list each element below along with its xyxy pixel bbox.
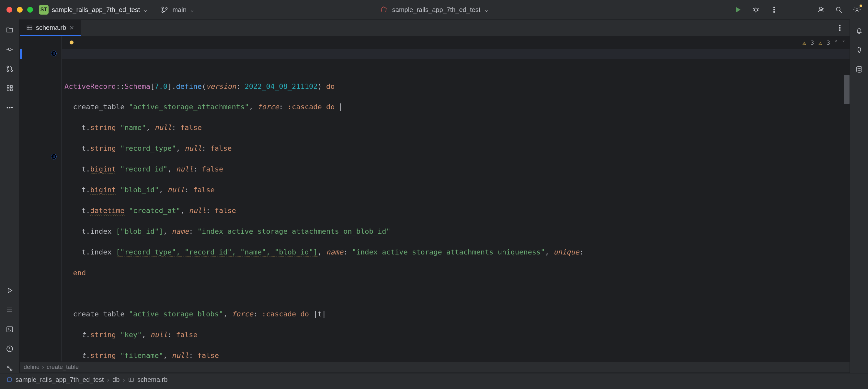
vcs-tool-button[interactable] — [5, 364, 14, 373]
titlebar: ST sample_rails_app_7th_ed_test main sam… — [0, 0, 868, 20]
close-tab-button[interactable]: ✕ — [69, 24, 74, 31]
code-token: t — [82, 227, 86, 235]
svg-rect-16 — [7, 89, 9, 91]
run-config-selector[interactable]: sample_rails_app_7th_ed_test — [379, 5, 489, 14]
tab-more-button[interactable] — [835, 23, 844, 32]
code-token: bigint — [90, 165, 116, 173]
code-token: "key" — [120, 331, 142, 339]
breadcrumb-item[interactable]: define — [24, 364, 39, 370]
code-token: string — [90, 331, 116, 339]
svg-point-6 — [773, 11, 774, 12]
inlay-table-icon[interactable] — [50, 153, 57, 160]
svg-point-9 — [856, 9, 858, 11]
code-token: force — [257, 103, 279, 111]
gutter[interactable] — [20, 36, 62, 361]
svg-rect-15 — [10, 86, 12, 87]
chevron-down-icon — [484, 7, 489, 12]
todo-tool-button[interactable] — [5, 305, 14, 314]
code-token: 2022_04_08_211102 — [245, 82, 317, 90]
code-token: false — [197, 352, 219, 360]
maximize-window-button[interactable] — [27, 7, 33, 12]
next-highlight-button[interactable]: ˅ — [842, 38, 845, 47]
settings-button[interactable] — [852, 5, 862, 14]
code-token: |t| — [313, 310, 326, 318]
code-token: "filename" — [120, 352, 163, 360]
window-controls — [6, 7, 33, 12]
code-token: index — [90, 248, 112, 256]
code-with-me-button[interactable] — [816, 5, 825, 14]
ai-assistant-tool-button[interactable] — [855, 46, 864, 54]
terminal-tool-button[interactable] — [5, 325, 14, 334]
project-badge: ST — [39, 5, 49, 15]
code-token: create_table — [73, 103, 125, 111]
code-token: t — [82, 144, 86, 152]
run-tool-button[interactable] — [5, 286, 14, 295]
warning-icon: ⚠ — [803, 38, 806, 47]
svg-point-10 — [8, 48, 11, 51]
prev-highlight-button[interactable]: ˄ — [835, 38, 838, 47]
code-token: define — [176, 82, 202, 90]
code-token: t — [82, 331, 86, 339]
minimize-window-button[interactable] — [17, 7, 23, 12]
project-tool-button[interactable] — [5, 25, 14, 34]
svg-point-18 — [7, 107, 8, 108]
close-window-button[interactable] — [6, 7, 12, 12]
inspections-widget[interactable]: ⚠3 ⚠3 ˄ ˅ — [803, 38, 845, 47]
svg-point-27 — [839, 27, 840, 28]
svg-point-20 — [11, 107, 12, 108]
code-editor[interactable]: ⚠3 ⚠3 ˄ ˅ ActiveRecord::Schema[7.0].defi… — [20, 36, 849, 361]
svg-rect-33 — [129, 378, 133, 382]
code-token: false — [176, 331, 197, 339]
breadcrumb-separator: › — [42, 364, 44, 370]
code-token: null — [150, 331, 167, 339]
left-tool-strip — [0, 20, 20, 373]
pull-requests-tool-button[interactable] — [5, 64, 14, 73]
nav-breadcrumb-file[interactable]: schema.rb — [137, 376, 167, 384]
nav-breadcrumb-project[interactable]: sample_rails_app_7th_ed_test — [16, 376, 104, 384]
run-button[interactable] — [733, 5, 742, 14]
search-everywhere-button[interactable] — [834, 5, 843, 14]
code-token: "active_storage_blobs" — [129, 310, 223, 318]
editor-tabs: schema.rb ✕ — [20, 20, 849, 36]
nav-breadcrumb-folder[interactable]: db — [113, 376, 120, 384]
code-token: t — [82, 186, 86, 194]
code-token: "record_id" — [120, 165, 167, 173]
commit-tool-button[interactable] — [5, 45, 14, 54]
svg-point-4 — [773, 7, 774, 8]
code-token: index — [90, 227, 112, 235]
table-file-icon — [128, 377, 134, 383]
code-token: t — [82, 352, 86, 360]
code-token: end — [73, 269, 86, 277]
editor-breadcrumbs[interactable]: define › create_table — [20, 361, 849, 372]
text-cursor — [340, 104, 341, 111]
notifications-tool-button[interactable] — [855, 26, 864, 35]
svg-rect-32 — [7, 378, 11, 382]
svg-point-19 — [9, 107, 10, 108]
code-token: :cascade — [288, 103, 322, 111]
code-token: t — [82, 123, 86, 132]
svg-point-1 — [162, 11, 163, 12]
structure-tool-button[interactable] — [5, 84, 14, 93]
code-token: ActiveRecord — [64, 82, 116, 90]
code-token: datetime — [90, 206, 124, 215]
code-token: null — [185, 144, 202, 152]
database-tool-button[interactable] — [855, 65, 864, 74]
code-token: null — [172, 352, 189, 360]
ruby-icon — [379, 5, 388, 14]
tab-schema-rb[interactable]: schema.rb ✕ — [20, 20, 81, 36]
vcs-branch-selector[interactable]: main — [160, 5, 194, 14]
code-token: t — [82, 248, 86, 256]
chevron-down-icon — [190, 7, 194, 12]
code-token: "blob_id" — [120, 186, 159, 194]
debug-button[interactable] — [751, 5, 761, 14]
problems-tool-button[interactable] — [5, 344, 14, 353]
svg-point-2 — [166, 8, 167, 9]
more-actions-button[interactable] — [770, 5, 779, 14]
breadcrumb-item[interactable]: create_table — [46, 364, 79, 370]
more-tool-button[interactable] — [5, 103, 14, 112]
inlay-table-icon[interactable] — [50, 50, 57, 57]
project-selector[interactable]: ST sample_rails_app_7th_ed_test — [39, 5, 148, 15]
code-token: ["blob_id"] — [116, 227, 163, 235]
branch-icon — [160, 5, 169, 14]
code-token: string — [90, 123, 116, 132]
